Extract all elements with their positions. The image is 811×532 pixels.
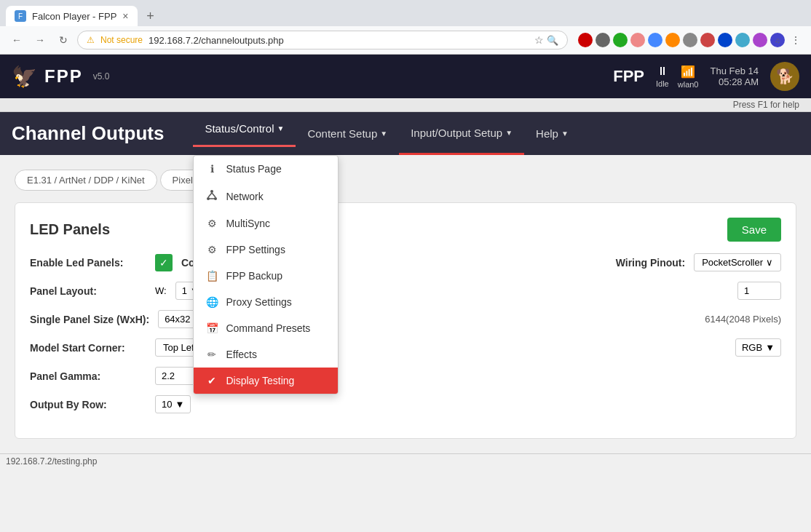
nav-menus: Status/Control ▼ ℹ Status Page Network [193, 112, 579, 155]
dropdown-label-network: Network [226, 191, 263, 202]
right-value-group: 1 [737, 282, 781, 300]
security-warning-icon: ⚠ [87, 35, 95, 45]
status-bar-url: 192.168.7.2/testing.php [6, 456, 97, 467]
output-by-row-row: Output By Row: 10 ▼ [30, 395, 781, 413]
dropdown-item-network[interactable]: Network [194, 182, 338, 210]
svg-point-0 [210, 190, 213, 193]
output-by-row-label: Output By Row: [30, 399, 146, 410]
tab-close-button[interactable]: × [122, 10, 128, 22]
svg-line-3 [208, 193, 212, 197]
extension-icon-3[interactable] [613, 33, 628, 47]
dropdown-label-effects: Effects [226, 349, 257, 360]
dropdown-label-multisync: MultiSync [226, 218, 270, 229]
extension-icon-9[interactable] [718, 33, 732, 47]
refresh-button[interactable]: ↻ [54, 31, 73, 49]
extension-icon-7[interactable] [683, 33, 697, 47]
dropdown-item-fpp-backup[interactable]: 📋 FPP Backup [194, 263, 338, 289]
dropdown-item-effects[interactable]: ✏ Effects [194, 341, 338, 368]
size-info-group: 6144(2048 Pixels) [705, 314, 781, 325]
help-bar: Press F1 for help [0, 98, 811, 112]
dropdown-label-command-presets: Command Presets [226, 322, 310, 334]
help-text: Press F1 for help [733, 100, 799, 110]
size-info-text: 6144(2048 Pixels) [705, 314, 781, 325]
dropdown-label-proxy-settings: Proxy Settings [226, 296, 291, 308]
dropdown-item-display-testing[interactable]: ✔ Display Testing [194, 368, 338, 394]
browser-tab[interactable]: F Falcon Player - FPP × [6, 6, 138, 26]
nav-menu-status-control[interactable]: Status/Control ▼ ℹ Status Page Network [193, 112, 296, 155]
dropdown-item-command-presets[interactable]: 📅 Command Presets [194, 315, 338, 341]
model-start-corner-row: Model Start Corner: Top Left ▼ RGB ▼ [30, 338, 781, 357]
new-tab-button[interactable]: + [141, 6, 161, 26]
enable-led-panels-checkbox[interactable]: ✓ [155, 254, 173, 271]
chevron-down-icon-content: ▼ [380, 130, 387, 138]
dropdown-item-fpp-settings[interactable]: ⚙ FPP Settings [194, 237, 338, 263]
extension-icon-12[interactable]: ♫ [770, 33, 785, 47]
single-panel-size-row: Single Panel Size (WxH): 64x32 1/16 Scan… [30, 310, 781, 328]
chevron-down-icon: ▼ [277, 124, 284, 132]
back-button[interactable]: ← [7, 31, 26, 49]
effects-icon: ✏ [205, 349, 218, 360]
chevron-down-icon-rgb: ▼ [765, 342, 775, 353]
logo-area: 🦅 FPP v5.0 [12, 65, 109, 89]
channel-output-tabs: E1.31 / ArtNet / DDP / KiNet Pixel Strin… [15, 170, 796, 191]
single-panel-size-label: Single Panel Size (WxH): [30, 314, 149, 325]
nav-menu-status-control-item[interactable]: Status/Control ▼ [193, 112, 296, 147]
right-value-input[interactable]: 1 [737, 282, 781, 300]
extension-icon-1[interactable] [578, 33, 593, 47]
dropdown-label-fpp-backup: FPP Backup [226, 270, 282, 282]
enable-led-panels-label: Enable Led Panels: [30, 257, 146, 269]
rgb-group: RGB ▼ [735, 338, 781, 357]
panel-header: LED Panels Save [30, 218, 781, 242]
chevron-down-icon-wiring: ∨ [766, 257, 773, 268]
nav-menu-status-control-label: Status/Control [205, 122, 274, 135]
dropdown-item-status-page[interactable]: ℹ Status Page [194, 156, 338, 182]
browser-menu-button[interactable]: ⋮ [788, 32, 804, 48]
header-app-label: FPP [613, 67, 644, 86]
panel-gamma-input[interactable]: 2.2 [155, 367, 199, 385]
extension-icon-2[interactable]: ⚙ [596, 33, 610, 47]
extension-icon-4[interactable] [630, 33, 645, 47]
dropdown-item-multisync[interactable]: ⚙ MultiSync [194, 210, 338, 237]
search-icon[interactable]: 🔍 [547, 35, 558, 46]
avatar: 🐕 [770, 62, 799, 91]
tab-e131[interactable]: E1.31 / ArtNet / DDP / KiNet [15, 170, 157, 191]
rgb-select[interactable]: RGB ▼ [735, 338, 781, 357]
wiring-pinout-select[interactable]: PocketScroller ∨ [694, 253, 781, 271]
extension-icon-6[interactable] [665, 33, 680, 47]
app-wrapper: 🦅 FPP v5.0 FPP ⏸ Idle 📶 wlan0 Thu Feb 14… [0, 55, 811, 513]
wiring-pinout-group: Wiring Pinout: PocketScroller ∨ [616, 253, 781, 271]
star-icon[interactable]: ☆ [534, 34, 544, 46]
nav-menu-io-setup[interactable]: Input/Output Setup ▼ [399, 112, 524, 155]
multisync-icon: ⚙ [205, 218, 218, 229]
status-idle-label: Idle [656, 79, 669, 88]
content-area: E1.31 / ArtNet / DDP / KiNet Pixel Strin… [0, 155, 811, 453]
nav-menu-help[interactable]: Help ▼ [524, 112, 580, 155]
wiring-pinout-label: Wiring Pinout: [616, 257, 686, 269]
calendar-icon: 📅 [205, 322, 218, 334]
width-label: W: [155, 285, 167, 296]
extension-icon-8[interactable] [700, 33, 715, 47]
extension-icon-10[interactable] [735, 33, 750, 47]
security-text: Not secure [100, 35, 143, 45]
forward-button[interactable]: → [31, 31, 50, 49]
save-button[interactable]: Save [727, 218, 781, 242]
header-right: FPP ⏸ Idle 📶 wlan0 Thu Feb 14 05:28 AM 🐕 [613, 62, 799, 91]
extension-icon-5[interactable] [648, 33, 662, 47]
browser-chrome: F Falcon Player - FPP × + ← → ↻ ⚠ Not se… [0, 0, 811, 55]
logo-fpp-text: FPP [44, 66, 83, 87]
dropdown-label-status-page: Status Page [226, 163, 281, 175]
proxy-icon: 🌐 [205, 296, 218, 308]
extension-icon-11[interactable] [753, 33, 767, 47]
status-idle: ⏸ Idle [656, 65, 669, 89]
check-icon: ✔ [205, 375, 218, 386]
output-per-page-select[interactable]: 10 ▼ [155, 395, 191, 413]
wifi-icon: 📶 [681, 65, 695, 79]
browser-toolbar: ⚙ ♫ ⋮ [578, 32, 804, 48]
browser-controls: ← → ↻ ⚠ Not secure 192.168.7.2/channelou… [0, 26, 811, 55]
status-wifi-label: wlan0 [678, 80, 699, 89]
nav-menu-content-setup[interactable]: Content Setup ▼ [296, 112, 399, 155]
dropdown-item-proxy-settings[interactable]: 🌐 Proxy Settings [194, 289, 338, 315]
chevron-down-icon-output: ▼ [175, 399, 184, 410]
address-bar[interactable]: ⚠ Not secure 192.168.7.2/channeloutputs.… [77, 31, 568, 49]
header-status-items: ⏸ Idle 📶 wlan0 [656, 65, 699, 89]
